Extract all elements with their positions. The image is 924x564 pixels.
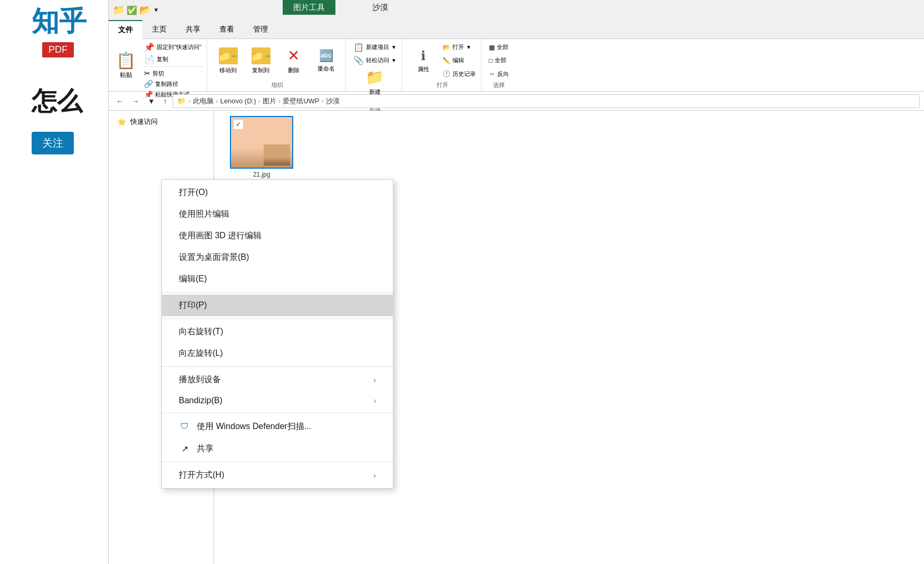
path-lenovo[interactable]: Lenovo (D:) [220,97,256,105]
ctx-open[interactable]: 打开(O) [162,182,393,203]
cut-button[interactable]: ✂ 剪切 [142,68,204,79]
edit-button[interactable]: ✏️ 编辑 [440,55,478,65]
ctx-rotate-left-left: 向左旋转(L) [179,348,223,359]
invert-icon: ↔ [489,70,495,77]
path-pictures[interactable]: 图片 [263,96,276,106]
tab-view[interactable]: 查看 [210,20,244,39]
scissors-icon: ✂ [144,69,150,77]
recent-locations-button[interactable]: ▼ [145,95,158,108]
tab-manage[interactable]: 管理 [244,20,277,39]
copy-to-icon: 📁→ [252,47,271,64]
path-this-computer[interactable]: 此电脑 [193,96,214,106]
history-button[interactable]: 🕐 历史记录 [440,69,478,79]
properties-icon: ℹ [421,48,426,63]
ctx-photo-edit[interactable]: 使用照片编辑 [162,203,393,225]
move-to-button[interactable]: 📁← 移动到 [213,41,244,80]
ribbon-content: 📋 粘贴 📌 固定到"快速访问" 📄 复制 ✂ 剪切 🔗 [109,39,924,92]
delete-icon: ✕ [287,47,300,64]
sidebar-quickaccess-label: 快速访问 [130,117,158,127]
copy-path-button[interactable]: 🔗 复制路径 [142,79,204,89]
new-item-button[interactable]: 📋 新建项目 ▼ [351,41,399,53]
ctx-set-wallpaper[interactable]: 设置为桌面背景(B) [162,247,393,268]
tab-share[interactable]: 共享 [176,20,210,39]
ctx-paint3d-label: 使用画图 3D 进行编辑 [179,230,262,241]
file-thumbnail-inner [264,144,290,166]
tab-file[interactable]: 文件 [109,20,142,39]
star-icon: ⭐ [117,118,126,126]
ribbon-tabs: 文件 主页 共享 查看 管理 [109,20,924,39]
article-title: 怎么 [32,84,82,118]
context-menu: 打开(O) 使用照片编辑 使用画图 3D 进行编辑 设置为桌面背景(B) 编辑(… [161,179,393,489]
check-icon: ✅ [127,5,137,15]
ctx-divider-1 [162,292,393,293]
path-separator-0: › [189,97,191,105]
path-sep-3: › [278,97,281,105]
rename-button[interactable]: 🔤 重命名 [311,41,342,80]
ctx-print[interactable]: 打印(P) [162,295,393,316]
copy-to-button[interactable]: 📁→ 复制到 [245,41,277,80]
invert-select-button[interactable]: ↔ 反向 [487,69,511,79]
sidebar-item-quickaccess[interactable]: ⭐ 快速访问 [109,115,214,129]
select-buttons: ▦ 全部 □ 全部 ↔ 反向 [487,41,511,80]
open-group: ℹ 属性 📂 打开 ▼ ✏️ 编辑 🕐 历史记录 [405,39,482,91]
ctx-paint3d[interactable]: 使用画图 3D 进行编辑 [162,225,393,247]
ctx-edit[interactable]: 编辑(E) [162,268,393,290]
ctx-print-label: 打印(P) [179,300,207,311]
ctx-cast[interactable]: 播放到设备 › [162,369,393,391]
follow-button[interactable]: 关注 [32,132,74,154]
ctx-share[interactable]: ↗ 共享 [162,437,393,460]
pdf-label: PDF [42,42,74,57]
ctx-set-wallpaper-label: 设置为桌面背景(B) [179,252,249,263]
ctx-defender[interactable]: 🛡 使用 Windows Defender扫描... [162,415,393,437]
ctx-share-label: 共享 [197,443,214,454]
tab-home[interactable]: 主页 [142,20,176,39]
easy-access-dropdown-icon: ▼ [391,57,397,63]
ctx-bandizip[interactable]: Bandizip(B) › [162,391,393,411]
ctx-bandizip-left: Bandizip(B) [179,396,223,405]
organize-buttons: 📁← 移动到 📁→ 复制到 ✕ 删除 🔤 重命名 [213,41,342,80]
explorer-window: 📁 ✅ 📂 ▼ 图片工具 沙漠 文件 主页 共享 查看 管理 📋 粘贴 📌 固定… [108,0,924,564]
paste-icon: 📋 [116,51,136,70]
ctx-divider-2 [162,318,393,319]
path-aibizhi[interactable]: 爱壁纸UWP [283,96,319,106]
defender-icon: 🛡 [179,421,190,432]
select-none-icon: □ [489,57,493,64]
open-icon: 📂 [442,44,450,51]
open-group-buttons: ℹ 属性 📂 打开 ▼ ✏️ 编辑 🕐 历史记录 [408,41,478,80]
share-icon: ↗ [179,443,190,454]
copy-button[interactable]: 📄 复制 [142,53,204,65]
copy-icon: 📄 [144,54,155,64]
ctx-open-with-label: 打开方式(H) [179,470,224,481]
back-button[interactable]: ← [113,95,127,108]
ctx-open-with[interactable]: 打开方式(H) › [162,464,393,486]
dropdown-arrow-icon[interactable]: ▼ [153,6,159,14]
file-label: 21.jpg [253,171,271,178]
ctx-set-wallpaper-left: 设置为桌面背景(B) [179,252,249,263]
address-bar: ← → ▼ ↑ 📁 › 此电脑 › Lenovo (D:) › 图片 › 爱壁纸… [109,92,924,111]
ctx-bandizip-label: Bandizip(B) [179,396,223,405]
easy-access-icon: 📎 [353,55,364,65]
ctx-open-with-arrow: › [373,471,376,480]
select-all-button[interactable]: ▦ 全部 [487,42,511,52]
up-button[interactable]: ↑ [160,95,170,108]
history-icon: 🕐 [442,70,450,77]
ctx-open-left: 打开(O) [179,187,208,198]
paste-button[interactable]: 📋 粘贴 [112,41,140,89]
path-desert[interactable]: 沙漠 [326,96,340,106]
pin-button[interactable]: 📌 固定到"快速访问" [142,41,204,53]
new-item-dropdown-icon: ▼ [391,44,397,50]
file-item[interactable]: 21.jpg [230,116,293,178]
ctx-open-label: 打开(O) [179,187,208,198]
forward-button[interactable]: → [129,95,142,108]
easy-access-button[interactable]: 📎 轻松访问 ▼ [351,54,399,66]
ctx-rotate-left[interactable]: 向左旋转(L) [162,343,393,364]
open-button[interactable]: 📂 打开 ▼ [440,42,478,52]
folder2-icon: 📂 [139,4,151,16]
move-to-icon: 📁← [219,47,238,64]
select-none-button[interactable]: □ 全部 [487,55,511,65]
properties-button[interactable]: ℹ 属性 [408,41,439,80]
ctx-rotate-right[interactable]: 向右旋转(T) [162,321,393,343]
ctx-rotate-right-label: 向右旋转(T) [179,326,223,337]
delete-button[interactable]: ✕ 删除 [278,41,310,80]
address-path[interactable]: 📁 › 此电脑 › Lenovo (D:) › 图片 › 爱壁纸UWP › 沙漠 [172,94,920,108]
